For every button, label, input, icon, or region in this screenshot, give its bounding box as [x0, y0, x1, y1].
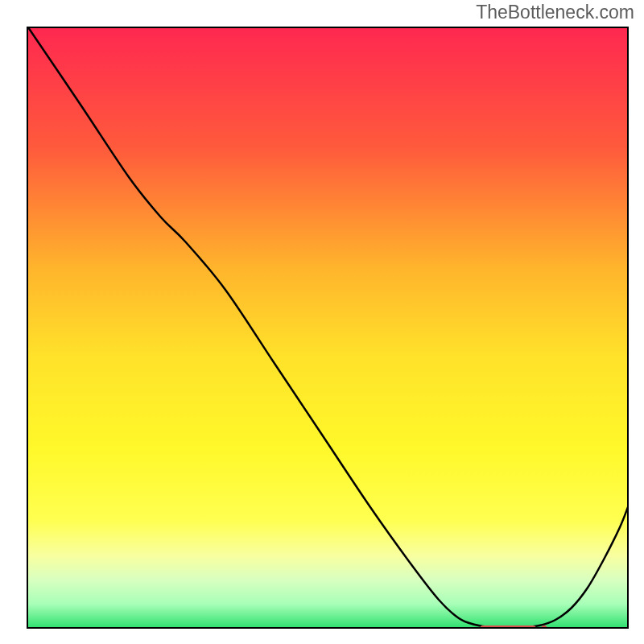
plot-background: [27, 27, 628, 628]
watermark-text: TheBottleneck.com: [476, 2, 634, 23]
bottleneck-chart: [0, 0, 644, 644]
chart-container: TheBottleneck.com: [0, 0, 644, 644]
